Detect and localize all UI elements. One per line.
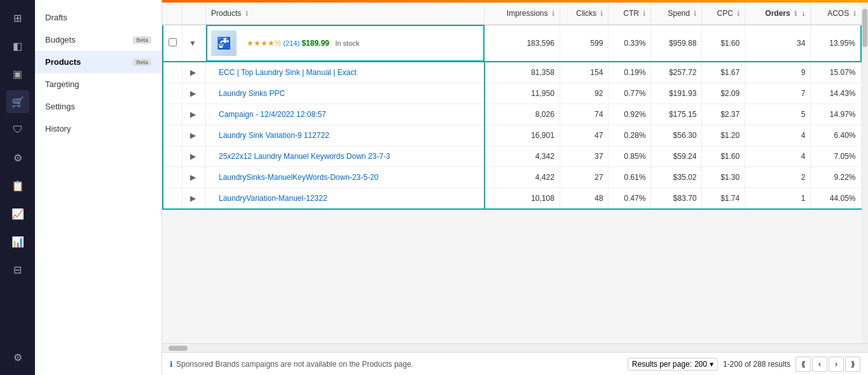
campaign3-link[interactable]: Campaign - 12/4/2022 12:08:57 bbox=[219, 110, 326, 119]
table-scroll[interactable]: Products ℹ Impressions ℹ Clicks ℹ CTR bbox=[162, 3, 862, 343]
nav-panel: Drafts Budgets Beta Products Beta Target… bbox=[35, 0, 162, 375]
pagination-prev-btn[interactable]: ‹ bbox=[812, 357, 827, 372]
sidebar-item-settings[interactable]: Settings bbox=[35, 95, 162, 118]
sidebar-item-products[interactable]: Products Beta bbox=[35, 51, 162, 73]
campaign6-clicks: 27 bbox=[560, 167, 608, 188]
header-orders[interactable]: Orders ℹ ↓ bbox=[745, 3, 811, 25]
sidebar: ⊞ ◧ ▣ 🛒 🛡 ⚙ 📋 📈 📊 ⊟ ⚙ bbox=[0, 0, 35, 375]
campaign7-impressions: 10,108 bbox=[485, 188, 560, 210]
campaign2-expand-btn[interactable]: ▶ bbox=[188, 88, 198, 99]
header-acos[interactable]: ACOS ℹ bbox=[811, 3, 861, 25]
campaign7-link[interactable]: LaundryVariation-Manuel-12322 bbox=[219, 194, 327, 203]
product-expand-cell[interactable]: ▼ bbox=[183, 25, 206, 62]
pagination-first-btn[interactable]: ⟪ bbox=[796, 357, 811, 372]
product-impressions: 183,596 bbox=[485, 25, 560, 62]
grid-icon[interactable]: ⊞ bbox=[6, 6, 29, 29]
scrollbar-thumb[interactable] bbox=[862, 9, 867, 47]
product-spend: $959.88 bbox=[651, 25, 702, 62]
pagination-next-btn[interactable]: › bbox=[829, 357, 844, 372]
campaign7-expand-cell[interactable]: ▶ bbox=[183, 188, 206, 210]
grid2-sidebar-icon[interactable]: ⊟ bbox=[6, 258, 29, 281]
campaign7-cpc: $1.74 bbox=[702, 188, 745, 210]
sidebar-item-targeting[interactable]: Targeting bbox=[35, 73, 162, 95]
campaign6-impressions: 4,422 bbox=[485, 167, 560, 188]
campaign7-expand-btn[interactable]: ▶ bbox=[188, 193, 198, 203]
campaign6-acos: 9.22% bbox=[811, 167, 861, 188]
sidebar-item-drafts[interactable]: Drafts bbox=[35, 6, 162, 29]
sidebar-item-budgets[interactable]: Budgets Beta bbox=[35, 29, 162, 51]
campaign1-link[interactable]: ECC | Top Laundry Sink | Manual | Exact bbox=[219, 68, 357, 77]
campaign1-cpc: $1.67 bbox=[702, 62, 745, 83]
campaign2-orders: 7 bbox=[745, 83, 811, 104]
chart-sidebar-icon[interactable]: 📈 bbox=[6, 202, 29, 225]
results-per-page-selector[interactable]: Results per page: 200 ▾ bbox=[628, 358, 718, 371]
campaign4-expand-cell[interactable]: ▶ bbox=[183, 125, 206, 146]
campaign1-cb-cell bbox=[163, 62, 183, 83]
settings-sidebar-icon[interactable]: ⚙ bbox=[6, 146, 29, 169]
footer-note: ℹ Sponsored Brands campaigns are not ava… bbox=[170, 360, 413, 369]
header-ctr[interactable]: CTR ℹ bbox=[609, 3, 651, 25]
product-checkbox-cell[interactable] bbox=[163, 25, 183, 62]
campaign5-expand-btn[interactable]: ▶ bbox=[188, 151, 198, 161]
campaign3-expand-btn[interactable]: ▶ bbox=[188, 109, 198, 119]
campaign3-impressions: 8,026 bbox=[485, 104, 560, 125]
pagination-controls: ⟪ ‹ › ⟫ bbox=[796, 357, 860, 372]
history-sidebar-icon[interactable]: 📋 bbox=[6, 174, 29, 197]
campaign6-cpc: $1.30 bbox=[702, 167, 745, 188]
campaign1-name-cell: ECC | Top Laundry Sink | Manual | Exact bbox=[206, 62, 485, 83]
cpc-info-icon[interactable]: ℹ bbox=[737, 10, 740, 17]
bar-chart-sidebar-icon[interactable]: 📊 bbox=[6, 230, 29, 253]
campaign5-orders: 4 bbox=[745, 146, 811, 167]
campaign2-expand-cell[interactable]: ▶ bbox=[183, 83, 206, 104]
pagination-last-btn[interactable]: ⟫ bbox=[845, 357, 860, 372]
orders-info-icon[interactable]: ℹ bbox=[794, 10, 797, 17]
ctr-info-icon[interactable]: ℹ bbox=[643, 10, 645, 17]
header-products[interactable]: Products ℹ bbox=[206, 3, 485, 25]
campaign4-link[interactable]: Laundry Sink Variation-9 112722 bbox=[219, 131, 329, 140]
campaign1-expand-btn[interactable]: ▶ bbox=[188, 67, 198, 78]
product-expand-btn[interactable]: ▼ bbox=[188, 38, 198, 48]
campaign5-cb-cell bbox=[163, 146, 183, 167]
header-spend[interactable]: Spend ℹ bbox=[651, 3, 702, 25]
campaign5-expand-cell[interactable]: ▶ bbox=[183, 146, 206, 167]
sidebar-item-history[interactable]: History bbox=[35, 118, 162, 140]
campaign5-link[interactable]: 25x22x12 Laundry Manuel Keywords Down 23… bbox=[219, 152, 390, 161]
spend-info-icon[interactable]: ℹ bbox=[694, 10, 696, 17]
campaign6-link[interactable]: LaundrySinks-ManuelKeyWords-Down-23-5-20 bbox=[219, 173, 378, 182]
horizontal-scrollbar[interactable] bbox=[162, 343, 868, 352]
drafts-sidebar-icon[interactable]: ◧ bbox=[6, 34, 29, 57]
clicks-info-icon[interactable]: ℹ bbox=[600, 10, 603, 17]
campaign4-ctr: 0.28% bbox=[609, 125, 651, 146]
vertical-scrollbar[interactable] bbox=[862, 3, 868, 343]
campaign4-orders: 4 bbox=[745, 125, 811, 146]
budgets-sidebar-icon[interactable]: ▣ bbox=[6, 62, 29, 85]
campaign7-acos: 44.05% bbox=[811, 188, 861, 210]
campaign5-ctr: 0.85% bbox=[609, 146, 651, 167]
campaign1-clicks: 154 bbox=[560, 62, 608, 83]
campaign6-expand-cell[interactable]: ▶ bbox=[183, 167, 206, 188]
campaign-row-2: ▶ Laundry Sinks PPC 11,950 92 0.77% $191… bbox=[163, 83, 861, 104]
campaign3-expand-cell[interactable]: ▶ bbox=[183, 104, 206, 125]
header-cpc[interactable]: CPC ℹ bbox=[702, 3, 745, 25]
header-impressions[interactable]: Impressions ℹ bbox=[485, 3, 560, 25]
campaign2-impressions: 11,950 bbox=[485, 83, 560, 104]
impressions-info-icon[interactable]: ℹ bbox=[552, 10, 555, 17]
campaign6-expand-btn[interactable]: ▶ bbox=[188, 172, 198, 182]
shield-sidebar-icon[interactable]: 🛡 bbox=[6, 118, 29, 141]
campaign1-impressions: 81,358 bbox=[485, 62, 560, 83]
campaign4-expand-btn[interactable]: ▶ bbox=[188, 130, 198, 140]
products-info-icon[interactable]: ℹ bbox=[245, 10, 248, 17]
acos-info-icon[interactable]: ℹ bbox=[853, 10, 856, 17]
h-scrollbar-thumb[interactable] bbox=[169, 346, 188, 351]
campaign7-cb-cell bbox=[163, 188, 183, 210]
campaign1-expand-cell[interactable]: ▶ bbox=[183, 62, 206, 83]
campaign-row-6: ▶ LaundrySinks-ManuelKeyWords-Down-23-5-… bbox=[163, 167, 861, 188]
header-clicks[interactable]: Clicks ℹ bbox=[560, 3, 608, 25]
gear-bottom-icon[interactable]: ⚙ bbox=[6, 346, 29, 369]
results-count: 1-200 of 288 results bbox=[723, 360, 790, 369]
campaign-row-7: ▶ LaundryVariation-Manuel-12322 10,108 4… bbox=[163, 188, 861, 210]
campaign2-link[interactable]: Laundry Sinks PPC bbox=[219, 89, 285, 98]
campaign1-orders: 9 bbox=[745, 62, 811, 83]
products-sidebar-icon[interactable]: 🛒 bbox=[6, 90, 29, 113]
product-checkbox[interactable] bbox=[169, 38, 177, 46]
